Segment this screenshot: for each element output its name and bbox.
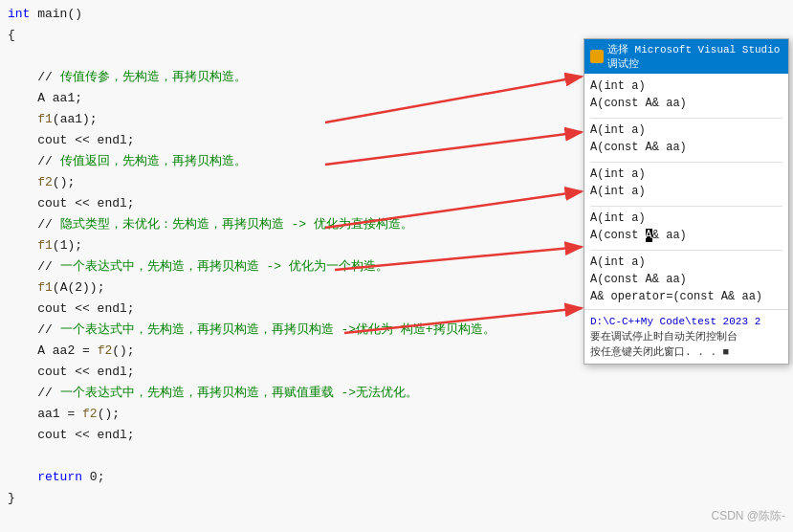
popup-line: A(int a) bbox=[590, 78, 782, 95]
popup-group-3: A(int a) A(int a) bbox=[590, 166, 782, 200]
popup-line: A(int a) bbox=[590, 254, 782, 271]
popup-line: A(const A& aa) bbox=[590, 95, 782, 112]
popup-line: A(const A& aa) bbox=[590, 139, 782, 156]
code-line-22 bbox=[0, 446, 793, 467]
vs-debug-popup[interactable]: 选择 Microsoft Visual Studio 调试控 A(int a) … bbox=[584, 38, 789, 365]
popup-title: 选择 Microsoft Visual Studio 调试控 bbox=[607, 42, 782, 71]
code-line-24: } bbox=[0, 488, 793, 509]
popup-footer-text2: 按任意键关闭此窗口. . . ■ bbox=[590, 346, 729, 358]
popup-titlebar: 选择 Microsoft Visual Studio 调试控 bbox=[584, 39, 788, 74]
popup-group-5: A(int a) A(const A& aa) A& operator=(con… bbox=[590, 254, 782, 305]
popup-divider bbox=[590, 118, 782, 119]
code-line-20: aa1 = f2(); bbox=[0, 404, 793, 425]
popup-line: A(int a) bbox=[590, 122, 782, 139]
popup-line: A(int a) bbox=[590, 210, 782, 227]
code-line-18: cout << endl; bbox=[0, 362, 793, 383]
popup-divider bbox=[590, 250, 782, 251]
watermark: CSDN @陈陈- bbox=[711, 508, 785, 524]
popup-divider bbox=[590, 162, 782, 163]
popup-footer-path: D:\C-C++My Code\test 2023 2 bbox=[590, 316, 760, 327]
popup-body: A(int a) A(const A& aa) A(int a) A(const… bbox=[584, 74, 788, 309]
keyword-int: int bbox=[8, 4, 30, 25]
popup-line: A(int a) bbox=[590, 183, 782, 200]
popup-line: A(int a) bbox=[590, 166, 782, 183]
popup-divider bbox=[590, 206, 782, 207]
popup-group-1: A(int a) A(const A& aa) bbox=[590, 78, 782, 112]
popup-group-2: A(int a) A(const A& aa) bbox=[590, 122, 782, 156]
code-line-23: return 0; bbox=[0, 467, 793, 488]
code-line-21: cout << endl; bbox=[0, 425, 793, 446]
popup-line: A(const A& aa) bbox=[590, 271, 782, 288]
code-line-1: int main() bbox=[0, 4, 793, 25]
code-line-19: // 一个表达式中，先构造，再拷贝构造，再赋值重载 ->无法优化。 bbox=[0, 383, 793, 404]
popup-group-4: A(int a) A(const A& aa) bbox=[590, 210, 782, 244]
popup-line: A(const A& aa) bbox=[590, 227, 782, 244]
vs-icon bbox=[590, 50, 604, 63]
popup-footer: D:\C-C++My Code\test 2023 2 要在调试停止时自动关闭控… bbox=[584, 309, 788, 364]
popup-footer-text: 要在调试停止时自动关闭控制台 bbox=[590, 331, 738, 343]
popup-line: A& operator=(const A& aa) bbox=[590, 288, 782, 305]
